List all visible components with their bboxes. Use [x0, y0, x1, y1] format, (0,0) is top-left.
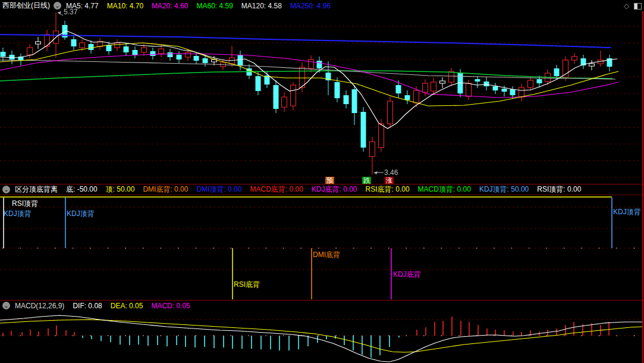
divergence-label-4: DMI底背 — [313, 250, 340, 260]
indicator-value-0: 区分顶底背离 — [15, 185, 58, 193]
divergence-label-2: KDJ顶背 — [67, 209, 95, 219]
divergence-label-3: KDJ顶背 — [613, 207, 641, 217]
indicator-value-7: RSI底背: 0.00 — [366, 185, 410, 193]
indicator-value-9: KDJ顶背: 50.00 — [479, 185, 529, 193]
macd-value-1: DIF: 0.08 — [73, 302, 102, 310]
dif-line — [0, 315, 642, 362]
indicator-value-10: RSI顶背: 0.00 — [537, 185, 581, 193]
collapse-indicator-icon[interactable]: ⌄ — [2, 186, 10, 193]
indicator-value-6: KDJ底背: 0.00 — [312, 185, 357, 193]
main-chart-canvas[interactable] — [0, 11, 644, 184]
indicator-value-4: DMI顶背: 0.00 — [196, 185, 241, 193]
collapse-macd-icon[interactable]: ⌄ — [2, 302, 10, 309]
diamond-icon[interactable]: ◇ — [624, 2, 629, 10]
divergence-label-5: KDJ底背 — [393, 270, 421, 280]
macd-header: ⌄ MACD(12,26,9)DIF: 0.08DEA: 0.05MACD: 0… — [0, 301, 644, 311]
ma-value-2: MA20: 4.60 — [152, 2, 188, 10]
high-price-label: 5.37 — [64, 8, 77, 16]
indicator-header-values: 区分顶底背离底: -50.00顶: 50.00DMI底背: 0.00DMI顶背:… — [15, 184, 589, 195]
indicator-value-3: DMI底背: 0.00 — [143, 185, 188, 193]
ma-value-4: MA120: 4.58 — [241, 2, 282, 10]
grid-layer — [0, 26, 642, 177]
ma-value-1: MA10: 4.70 — [107, 2, 143, 10]
chart-right-border — [642, 11, 643, 363]
main-chart-header: 西部创业(日线) ⌄ MA5: 4.77MA10: 4.70MA20: 4.60… — [0, 0, 644, 11]
macd-histogram-layer — [3, 317, 609, 358]
indicator-value-2: 顶: 50.00 — [106, 185, 135, 193]
indicator-canvas[interactable] — [0, 195, 644, 300]
ma-values: MA5: 4.77MA10: 4.70MA20: 4.60MA60: 4.59M… — [66, 2, 339, 10]
collapse-main-icon[interactable]: ⌄ — [54, 2, 61, 10]
divergence-label-1: KDJ顶背 — [4, 209, 32, 219]
divergence-label-0: RSI顶背 — [12, 199, 38, 209]
ma60-line — [0, 71, 612, 81]
indicator-value-5: MACD底背: 0.00 — [250, 185, 303, 193]
macd-value-0: MACD(12,26,9) — [15, 302, 64, 310]
indicator-header: ⌄ 区分顶底背离底: -50.00顶: 50.00DMI底背: 0.00DMI顶… — [0, 184, 644, 195]
layout-panel-icon[interactable] — [634, 3, 642, 10]
candles-layer — [1, 12, 612, 174]
macd-value-3: MACD: 0.05 — [151, 302, 190, 310]
indicator-value-1: 底: -50.00 — [66, 185, 98, 193]
macd-header-values: MACD(12,26,9)DIF: 0.08DEA: 0.05MACD: 0.0… — [15, 302, 199, 310]
ma-value-3: MA60: 4.59 — [196, 2, 233, 10]
indicator-value-8: MACD顶背: 0.00 — [418, 185, 471, 193]
stock-title: 西部创业(日线) — [2, 1, 50, 11]
low-price-label: 3.46 — [384, 168, 398, 177]
macd-value-2: DEA: 0.05 — [111, 302, 143, 310]
divergence-label-6: RSI底背 — [234, 280, 260, 290]
ma-value-5: MA250: 4.96 — [290, 2, 331, 10]
macd-canvas[interactable] — [0, 311, 644, 363]
